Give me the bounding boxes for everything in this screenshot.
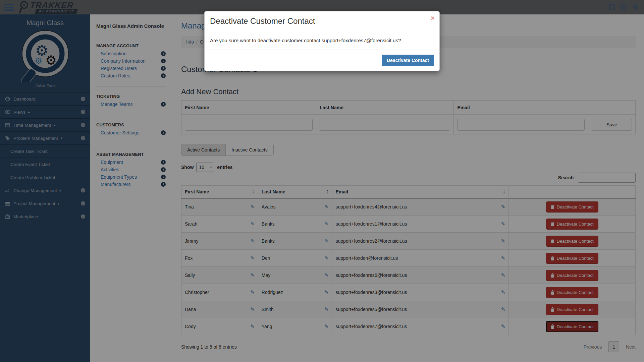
modal-message: Are you sure want to deactivate customer… — [205, 31, 439, 50]
modal-header: Deactivate Customer Contact × — [205, 11, 439, 31]
modal-footer: Deactivate Contact — [205, 50, 439, 71]
deactivate-modal: Deactivate Customer Contact × Are you su… — [204, 11, 440, 71]
close-icon[interactable]: × — [431, 15, 435, 21]
modal-title: Deactivate Customer Contact — [210, 16, 315, 25]
confirm-deactivate-button[interactable]: Deactivate Contact — [382, 55, 434, 66]
